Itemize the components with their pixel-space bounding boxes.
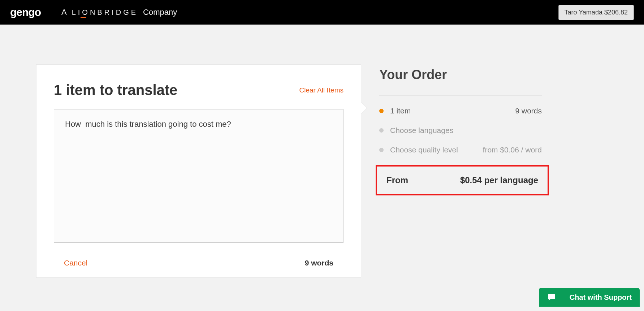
chat-bubble-icon [547,293,556,302]
lionbridge-suffix: Company [143,8,177,17]
user-balance: $206.82 [604,9,628,16]
total-price: $0.54 per language [460,175,538,185]
order-divider [379,95,542,96]
card-header: 1 item to translate Clear All Items [54,82,343,98]
brand-area: gengo A LIONBRIDGE Company [10,6,177,18]
top-header: gengo A LIONBRIDGE Company Taro Yamada $… [0,0,644,25]
step-label: Choose quality level [390,146,458,154]
step-dot-icon [379,148,384,152]
lionbridge-word-text: LIONBRIDGE [72,8,138,16]
lionbridge-logo: LIONBRIDGE [72,8,138,17]
user-name: Taro Yamada [565,9,602,16]
step-label: 1 item [390,107,411,115]
order-step-items: 1 item 9 words [379,107,542,115]
main-content: 1 item to translate Clear All Items Canc… [0,25,644,278]
card-title: 1 item to translate [54,82,177,98]
word-count: 9 words [305,259,333,267]
step-dot-icon [379,128,384,133]
price-highlight-box: From $0.54 per language [376,165,549,195]
clear-all-link[interactable]: Clear All Items [299,86,343,94]
user-balance-button[interactable]: Taro Yamada $206.82 [558,5,634,20]
lionbridge-underline [81,17,86,18]
chat-label: Chat with Support [570,293,632,302]
lionbridge-prefix: A [61,8,67,17]
order-step-languages: Choose languages [379,126,542,135]
chat-support-button[interactable]: Chat with Support [539,288,640,307]
cancel-link[interactable]: Cancel [64,259,87,267]
order-title: Your Order [379,67,542,82]
vertical-divider [51,6,51,18]
lionbridge-tagline: A LIONBRIDGE Company [61,8,177,17]
order-step-quality: Choose quality level from $0.06 / word [379,146,542,154]
translation-textarea[interactable] [54,109,343,243]
step-right: 9 words [515,107,542,115]
step-dot-icon [379,109,384,113]
step-right: from $0.06 / word [483,146,542,154]
translate-card: 1 item to translate Clear All Items Canc… [36,64,361,278]
step-label: Choose languages [390,126,453,135]
order-panel: Your Order 1 item 9 words Choose languag… [379,64,542,195]
gengo-logo[interactable]: gengo [10,6,41,18]
total-from-label: From [386,175,408,185]
card-footer: Cancel 9 words [54,259,343,270]
chat-separator [563,292,563,302]
